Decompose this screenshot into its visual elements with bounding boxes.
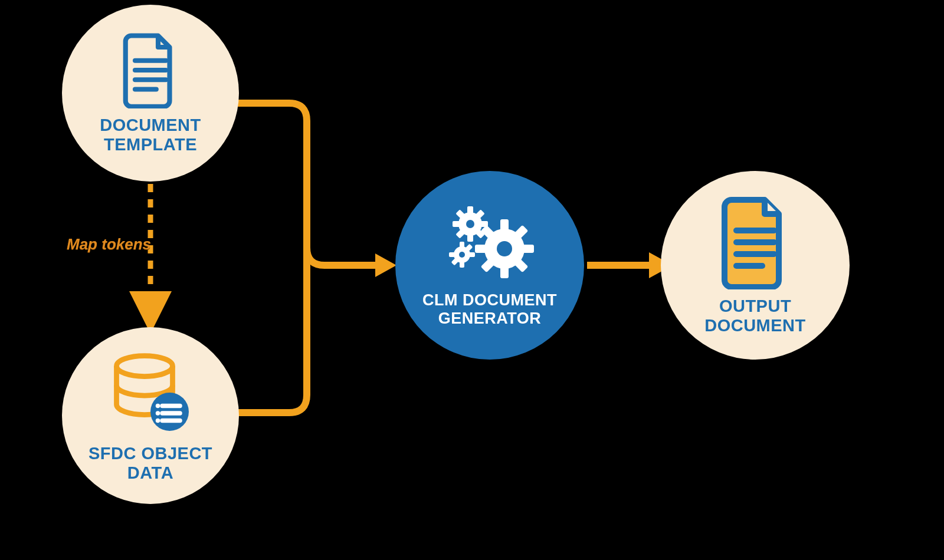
node-clm-document-generator-label: CLM DOCUMENTGENERATOR — [422, 291, 557, 328]
svg-point-4 — [117, 355, 173, 376]
svg-rect-34 — [460, 262, 464, 268]
svg-rect-25 — [453, 221, 460, 227]
svg-point-39 — [459, 252, 465, 258]
node-document-template: DOCUMENTTEMPLATE — [62, 5, 239, 182]
output-document-icon — [717, 195, 794, 289]
database-icon — [106, 348, 195, 437]
arrow-into-generator — [375, 253, 396, 277]
svg-rect-15 — [475, 245, 487, 253]
svg-point-21 — [497, 241, 512, 256]
svg-rect-23 — [467, 206, 473, 214]
svg-rect-36 — [469, 252, 475, 257]
node-sfdc-object-data-label: SFDC OBJECTDATA — [88, 444, 212, 483]
edge-label-map-tokens: Map tokens — [67, 235, 151, 253]
svg-rect-35 — [449, 252, 455, 257]
merge-bracket — [236, 103, 378, 413]
gears-icon — [440, 203, 540, 285]
svg-point-9 — [156, 403, 160, 408]
svg-point-31 — [466, 220, 474, 228]
svg-point-10 — [156, 411, 160, 416]
svg-rect-14 — [500, 266, 509, 278]
node-document-template-label: DOCUMENTTEMPLATE — [100, 116, 201, 155]
diagram-stage: DOCUMENTTEMPLATE SFDC OBJECTDATA Map tok… — [0, 0, 944, 560]
node-sfdc-object-data: SFDC OBJECTDATA — [62, 327, 239, 504]
svg-rect-24 — [467, 234, 473, 242]
node-output-document-label: OUTPUTDOCUMENT — [704, 297, 806, 336]
svg-rect-33 — [460, 242, 464, 248]
document-icon — [118, 32, 183, 108]
svg-rect-16 — [522, 245, 534, 253]
svg-rect-26 — [480, 221, 488, 227]
svg-point-11 — [156, 418, 160, 423]
svg-rect-13 — [500, 219, 509, 231]
node-output-document: OUTPUTDOCUMENT — [661, 171, 850, 360]
node-clm-document-generator: CLM DOCUMENTGENERATOR — [395, 171, 584, 360]
